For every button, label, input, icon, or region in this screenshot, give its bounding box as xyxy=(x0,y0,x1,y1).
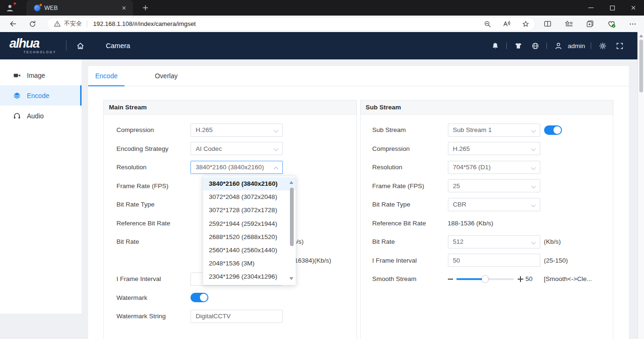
collections-button[interactable] xyxy=(579,17,601,31)
read-aloud-icon xyxy=(503,20,511,28)
sub-resolution-select[interactable]: 704*576 (D1) xyxy=(448,161,540,174)
security-warning[interactable]: 不安全 xyxy=(54,20,87,28)
refresh-icon xyxy=(29,20,36,28)
sub-compression-select[interactable]: H.265 xyxy=(448,142,540,155)
field-label: Bit Rate xyxy=(361,238,448,245)
field-label: Watermark xyxy=(104,294,190,301)
sub-stream-toggle[interactable] xyxy=(544,125,562,135)
new-tab-button[interactable] xyxy=(139,1,152,15)
sub-stream-form: Sub Stream Sub Stream 1 Compression H.26… xyxy=(361,115,613,289)
bit-rate-row: Bit Rate 512 (Kb/s) xyxy=(361,232,613,251)
tab-overlay[interactable]: Overlay xyxy=(148,66,184,86)
browser-tab[interactable]: WEB xyxy=(26,0,133,16)
dropdown-option[interactable]: 2304*1296 (2304x1296) xyxy=(203,270,296,283)
notification-bell-button[interactable] xyxy=(489,40,501,51)
watermark-toggle[interactable] xyxy=(190,293,208,302)
favorites-button[interactable] xyxy=(558,17,579,31)
chevron-down-icon xyxy=(531,184,536,189)
back-arrow-icon xyxy=(9,20,17,28)
tab-encode[interactable]: Encode xyxy=(88,66,124,86)
window-maximize-button[interactable] xyxy=(602,0,623,16)
watermark-row: Watermark xyxy=(104,289,356,307)
username-label[interactable]: admin xyxy=(568,42,585,50)
screen: WEB 不安全 192.168 xyxy=(0,0,644,339)
select-value: 512 xyxy=(453,238,464,245)
user-button[interactable] xyxy=(553,40,564,51)
browser-settings-button[interactable] xyxy=(622,17,643,31)
slider-knob[interactable] xyxy=(482,276,488,282)
page-scrollbar[interactable] xyxy=(637,32,644,339)
scroll-up-arrow-icon[interactable] xyxy=(289,181,293,184)
sub-i-frame-interval-input[interactable] xyxy=(448,254,540,267)
minus-icon[interactable] xyxy=(448,279,453,280)
encoding-strategy-select[interactable]: AI Codec xyxy=(190,142,283,155)
dropdown-option[interactable]: 2688*1520 (2688x1520) xyxy=(203,231,296,244)
read-aloud-button[interactable] xyxy=(503,20,511,28)
sidebar-item-label: Audio xyxy=(27,112,44,120)
dropdown-option[interactable]: 2048*1536 (3M) xyxy=(203,257,296,270)
scroll-up-arrow-icon[interactable] xyxy=(639,34,643,37)
field-label: Bit Rate xyxy=(104,238,190,245)
chevron-up-icon xyxy=(274,166,279,171)
smooth-stream-slider[interactable] xyxy=(456,278,514,280)
sidebar-item-audio[interactable]: Audio xyxy=(0,106,82,126)
slider-value: 50 xyxy=(526,275,533,282)
field-label: Compression xyxy=(104,126,190,133)
sub-bit-rate-select[interactable]: 512 xyxy=(448,235,540,248)
sidebar-item-encode[interactable]: Encode xyxy=(0,85,82,106)
dropdown-scrollbar-thumb[interactable] xyxy=(290,188,294,246)
stream-panels: Main Stream Compression H.265 Encoding S… xyxy=(103,100,613,339)
favorite-star-button[interactable] xyxy=(522,20,529,28)
split-screen-icon xyxy=(544,20,552,28)
chevron-down-icon xyxy=(274,128,279,132)
window-close-button[interactable] xyxy=(623,0,644,16)
resolution-dropdown: 3840*2160 (3840x2160) 3072*2048 (3072x20… xyxy=(203,176,296,285)
window-minimize-button[interactable] xyxy=(580,0,602,16)
smooth-stream-control: 50 xyxy=(448,275,540,282)
resolution-select[interactable]: 3840*2160 (3840x2160) xyxy=(190,161,283,174)
browser-tab-title: WEB xyxy=(44,5,120,11)
plus-icon[interactable] xyxy=(518,276,523,282)
dropdown-option[interactable]: 3840*2160 (3840x2160) xyxy=(203,177,296,190)
compression-select[interactable]: H.265 xyxy=(190,124,283,137)
chevron-down-icon xyxy=(531,128,536,132)
layers-icon xyxy=(13,92,21,99)
browser-profile-button[interactable] xyxy=(4,2,16,14)
field-label: Watermark String xyxy=(104,313,190,320)
navbar-divider xyxy=(506,42,507,49)
chevron-down-icon xyxy=(531,240,536,244)
sidebar-item-image[interactable]: Image xyxy=(0,65,82,85)
settings-button[interactable] xyxy=(597,40,608,51)
back-button[interactable] xyxy=(6,17,20,31)
resolution-row: Resolution 3840*2160 (3840x2160) xyxy=(104,158,356,177)
refresh-button[interactable] xyxy=(25,17,40,31)
fullscreen-button[interactable] xyxy=(614,40,625,51)
scrollbar-thumb[interactable] xyxy=(639,40,643,92)
dropdown-option[interactable]: 3072*1728 (3072x1728) xyxy=(203,204,296,217)
language-button[interactable] xyxy=(529,40,541,51)
tab-close-icon[interactable] xyxy=(120,4,128,12)
split-screen-button[interactable] xyxy=(537,17,558,31)
watermark-string-input[interactable] xyxy=(190,310,283,323)
select-value: H.265 xyxy=(196,126,213,133)
page-title: Camera xyxy=(106,42,131,50)
sub-bit-rate-type-select[interactable]: CBR xyxy=(448,198,540,211)
zoom-out-button[interactable] xyxy=(484,20,491,28)
sub-frame-rate-select[interactable]: 25 xyxy=(448,179,540,192)
sub-stream-row: Sub Stream Sub Stream 1 xyxy=(361,121,613,140)
address-bar[interactable]: 不安全 192.168.1.108/#/index/camera/imgset xyxy=(47,17,535,31)
home-button[interactable] xyxy=(74,39,87,52)
theme-skin-button[interactable] xyxy=(512,40,524,51)
scroll-down-arrow-icon[interactable] xyxy=(289,277,293,280)
browser-essentials-button[interactable] xyxy=(601,17,622,31)
navbar-divider xyxy=(591,42,591,49)
url-text[interactable]: 192.168.1.108/#/index/camera/imgset xyxy=(93,20,196,27)
dropdown-option[interactable]: 2560*1440 (2560x1440) xyxy=(203,244,296,257)
favorites-list-icon xyxy=(565,20,573,28)
dropdown-option[interactable]: 3072*2048 (3072x2048) xyxy=(203,190,296,204)
address-bar-actions xyxy=(484,20,535,28)
select-value: 704*576 (D1) xyxy=(453,164,491,171)
navbar-divider xyxy=(66,41,66,51)
sub-stream-select[interactable]: Sub Stream 1 xyxy=(448,124,540,137)
dropdown-option[interactable]: 2592*1944 (2592x1944) xyxy=(203,217,296,231)
